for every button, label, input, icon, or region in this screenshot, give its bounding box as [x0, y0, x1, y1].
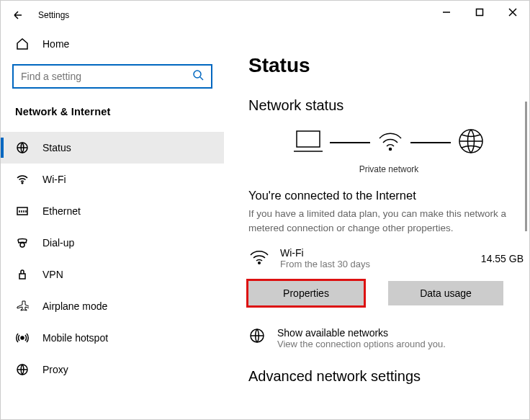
svg-rect-0 [477, 9, 483, 16]
svg-point-12 [259, 262, 261, 264]
airplane-icon [15, 299, 30, 313]
connection-name: Wi-Fi [280, 247, 471, 259]
sidebar-item-label: Airplane mode [42, 300, 107, 312]
sidebar-item-label: Proxy [42, 364, 68, 375]
connection-row: Wi-Fi From the last 30 days 14.55 GB [248, 246, 529, 271]
connector-line [410, 142, 451, 143]
search-field[interactable] [21, 71, 192, 82]
svg-point-10 [390, 148, 392, 151]
computer-icon [292, 127, 324, 158]
scrollbar[interactable] [525, 102, 527, 231]
window-title: Settings [38, 10, 69, 20]
sidebar-item-status[interactable]: Status [1, 132, 224, 164]
globe-icon [457, 127, 485, 158]
sidebar-item-wifi[interactable]: Wi-Fi [1, 164, 224, 195]
section-title: Network status [248, 97, 529, 114]
sidebar-item-label: Dial-up [42, 237, 74, 249]
svg-point-3 [22, 182, 23, 184]
sidebar-item-proxy[interactable]: Proxy [1, 354, 224, 385]
svg-point-1 [194, 71, 201, 78]
svg-point-7 [21, 336, 24, 339]
data-used: 14.55 GB [481, 253, 524, 264]
page-title: Status [248, 54, 529, 77]
network-diagram [248, 127, 529, 158]
wifi-icon [15, 172, 30, 187]
main-content: Status Network status Private network Yo… [224, 30, 529, 419]
sidebar-item-label: Wi-Fi [42, 174, 66, 185]
available-title: Show available networks [277, 327, 446, 339]
status-icon [15, 140, 30, 155]
ethernet-icon [15, 204, 30, 218]
available-subtitle: View the connection options around you. [277, 339, 446, 349]
search-input[interactable] [12, 64, 212, 89]
sidebar-item-airplane[interactable]: Airplane mode [1, 290, 224, 322]
svg-rect-6 [19, 274, 25, 279]
search-icon [192, 69, 204, 84]
sidebar-item-label: Mobile hotspot [42, 332, 108, 344]
hotspot-icon [15, 331, 30, 345]
close-button[interactable] [496, 1, 529, 24]
proxy-icon [15, 362, 30, 377]
home-label: Home [42, 38, 69, 50]
connected-description: If you have a limited data plan, you can… [248, 207, 529, 236]
sidebar-item-dialup[interactable]: Dial-up [1, 227, 224, 259]
connected-heading: You're connected to the Internet [248, 189, 529, 202]
sidebar-item-label: Ethernet [42, 205, 81, 217]
properties-button[interactable]: Properties [248, 281, 364, 305]
sidebar-item-ethernet[interactable]: Ethernet [1, 195, 224, 227]
connector-line [330, 142, 370, 143]
sidebar-item-hotspot[interactable]: Mobile hotspot [1, 322, 224, 354]
diagram-caption: Private network [248, 164, 529, 174]
home-icon [15, 37, 30, 51]
back-button[interactable] [6, 4, 30, 27]
sidebar-item-vpn[interactable]: VPN [1, 259, 224, 290]
advanced-title: Advanced network settings [248, 368, 529, 385]
svg-rect-9 [297, 131, 320, 147]
minimize-button[interactable] [430, 1, 463, 24]
vpn-icon [15, 267, 30, 282]
home-nav[interactable]: Home [12, 30, 212, 64]
show-available-networks[interactable]: Show available networks View the connect… [248, 327, 529, 349]
svg-point-5 [20, 243, 24, 247]
globe-small-icon [248, 327, 266, 347]
data-usage-button[interactable]: Data usage [388, 281, 503, 305]
maximize-button[interactable] [463, 1, 496, 24]
connection-wifi-icon [248, 246, 270, 271]
sidebar-item-label: Status [42, 142, 71, 153]
sidebar-item-label: VPN [42, 269, 63, 280]
sidebar: Home Network & Internet Status Wi-Fi Eth… [1, 30, 224, 419]
category-title: Network & Internet [12, 106, 212, 117]
dialup-icon [15, 236, 30, 250]
wifi-diagram-icon [376, 127, 405, 158]
connection-subtitle: From the last 30 days [280, 259, 471, 269]
